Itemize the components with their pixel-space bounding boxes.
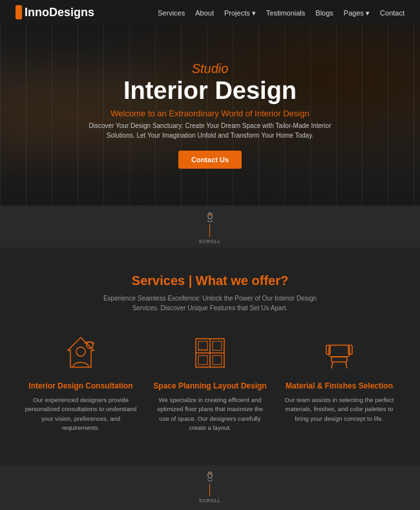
nav-link-about[interactable]: About <box>195 9 214 17</box>
scroll-dot-box-2: SCROLL <box>199 471 221 503</box>
svg-rect-9 <box>213 341 222 350</box>
svg-rect-14 <box>331 357 347 362</box>
stats-section: 1500 Project Completed 1200 <box>0 507 420 510</box>
nav-item-services[interactable]: Services <box>158 6 185 18</box>
nav-item-about[interactable]: About <box>195 6 214 18</box>
svg-rect-13 <box>329 345 350 357</box>
nav-item-pages[interactable]: Pages ▾ <box>344 6 370 18</box>
scroll-line-2 <box>209 483 210 496</box>
service-3-name: Material & Finishes Selection <box>286 381 393 390</box>
services-section: Services | What we offer? Experience Sea… <box>0 248 420 465</box>
scroll-dot-box: SCROLL <box>199 212 221 244</box>
nav-link-pages[interactable]: Pages ▾ <box>344 9 370 17</box>
nav-item-blogs[interactable]: Blogs <box>315 6 333 18</box>
hero-title: Interior Design <box>87 78 333 105</box>
svg-line-16 <box>346 362 347 368</box>
service-card-materials: Material & Finishes Selection Our team a… <box>281 332 397 432</box>
services-description: Experience Seamless Excellence: Unlock t… <box>94 293 326 313</box>
svg-point-3 <box>76 347 85 356</box>
scroll-icon-2 <box>205 471 215 482</box>
svg-point-4 <box>87 342 93 348</box>
materials-icon <box>319 332 360 374</box>
hero-description: Discover Your Design Sanctuary: Create Y… <box>87 121 333 140</box>
nav-link-blogs[interactable]: Blogs <box>315 9 333 17</box>
nav-link-contact[interactable]: Contact <box>380 9 404 17</box>
service-3-text: Our team assists in selecting the perfec… <box>281 396 397 423</box>
service-1-text: Our experienced designers provide person… <box>23 396 139 432</box>
hero-subtitle: Welcome to an Extraordinary World of Int… <box>87 109 333 118</box>
scroll-icon <box>205 212 215 222</box>
nav-link-projects[interactable]: Projects ▾ <box>224 9 256 17</box>
nav-links: ServicesAboutProjects ▾TestimonialsBlogs… <box>158 6 404 18</box>
nav-link-testimonials[interactable]: Testimonials <box>266 9 306 17</box>
scroll-label: SCROLL <box>199 239 221 244</box>
contact-us-button[interactable]: Contact Us <box>178 151 242 169</box>
logo[interactable]: InnoDesigns <box>16 5 94 19</box>
space-planning-icon <box>189 332 231 374</box>
service-1-name: Interior Design Consultation <box>28 381 132 390</box>
svg-point-20 <box>209 473 211 475</box>
service-card-consultation: Interior Design Consultation Our experie… <box>23 332 139 432</box>
hero-content: Studio Interior Design Welcome to an Ext… <box>87 61 333 169</box>
svg-line-15 <box>331 362 333 368</box>
service-card-space-planning: Space Planning Layout Design We speciali… <box>152 332 268 432</box>
services-grid: Interior Design Consultation Our experie… <box>23 332 397 432</box>
nav-item-projects[interactable]: Projects ▾ <box>224 6 256 18</box>
hero-section: Studio Interior Design Welcome to an Ext… <box>0 25 420 206</box>
svg-rect-8 <box>198 341 207 350</box>
hero-studio-label: Studio <box>87 61 333 76</box>
nav-item-contact[interactable]: Contact <box>380 6 404 18</box>
nav-link-services[interactable]: Services <box>158 9 185 17</box>
scroll-indicator-2: SCROLL <box>0 465 420 507</box>
service-2-name: Space Planning Layout Design <box>153 381 266 390</box>
scroll-line <box>209 224 210 237</box>
svg-rect-11 <box>213 356 222 365</box>
svg-point-1 <box>209 214 211 216</box>
logo-icon <box>16 5 22 19</box>
navbar: InnoDesigns ServicesAboutProjects ▾Testi… <box>0 0 420 25</box>
svg-rect-10 <box>198 356 207 365</box>
scroll-label-2: SCROLL <box>199 498 221 503</box>
nav-item-testimonials[interactable]: Testimonials <box>266 6 306 18</box>
scroll-indicator-1: SCROLL <box>0 206 420 248</box>
services-title: Services | What we offer? <box>16 273 404 288</box>
service-2-text: We specialize in creating efficient and … <box>152 396 268 432</box>
consultation-icon <box>60 332 101 374</box>
